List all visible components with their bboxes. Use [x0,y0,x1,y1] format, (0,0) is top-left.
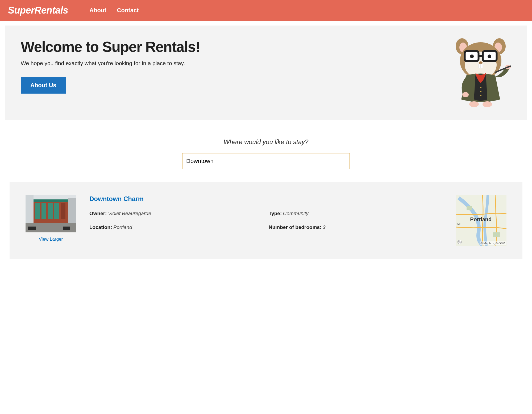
type-value: Community [283,211,309,216]
svg-rect-31 [61,203,65,219]
location-label: Location: [89,224,112,230]
listing-image-wrap: View Larger [26,195,76,242]
svg-rect-33 [68,198,76,223]
results-section: View Larger Downtown Charm Owner: Violet… [0,182,532,274]
bedrooms-value: 3 [323,224,326,230]
listing-title-link[interactable]: Downtown Charm [89,195,443,203]
svg-point-9 [470,55,474,58]
mascot-image [450,38,511,107]
svg-point-21 [469,101,479,107]
bedrooms-row: Number of bedrooms: 3 [269,224,443,230]
listing-details: Downtown Charm Owner: Violet Beauregarde… [89,195,443,230]
svg-rect-29 [48,203,53,219]
svg-rect-32 [26,195,34,223]
nav-about-link[interactable]: About [89,7,106,14]
filter-prompt: Where would you like to stay? [0,138,532,146]
location-filter-input[interactable] [182,153,350,169]
svg-rect-34 [28,227,36,230]
owner-row: Owner: Violet Beauregarde [89,211,263,216]
hero-title: Welcome to Super Rentals! [21,38,200,55]
map-info-icon[interactable]: ⓘ [458,240,462,244]
svg-rect-28 [41,203,46,219]
filter-section: Where would you like to stay? [0,125,532,177]
listing-card: View Larger Downtown Charm Owner: Violet… [10,182,522,259]
hero-text: Welcome to Super Rentals! We hope you fi… [21,38,200,94]
svg-rect-38 [493,232,500,237]
svg-rect-35 [63,227,70,230]
location-row: Location: Portland [89,224,263,230]
svg-point-14 [480,87,481,88]
listing-image[interactable] [26,195,76,232]
bedrooms-label: Number of bedrooms: [269,224,321,230]
navbar: SuperRentals About Contact [0,0,532,21]
owner-value: Violet Beauregarde [108,211,151,216]
svg-rect-8 [479,55,483,57]
svg-rect-12 [479,64,481,68]
map-attribution: © Mapbox, © OSM [480,241,506,245]
map-minor-label: ton [456,221,461,225]
detail-grid: Owner: Violet Beauregarde Type: Communit… [89,211,443,230]
svg-rect-37 [467,206,472,210]
nav-links: About Contact [89,7,139,14]
type-row: Type: Community [269,211,443,216]
svg-point-15 [480,91,481,92]
svg-point-16 [480,95,481,96]
location-value: Portland [113,224,132,230]
type-label: Type: [269,211,282,216]
about-us-button[interactable]: About Us [21,77,66,94]
hero-subtitle: We hope you find exactly what you're loo… [21,60,200,66]
svg-rect-26 [34,199,68,202]
svg-rect-30 [54,203,59,219]
brand-logo[interactable]: SuperRentals [8,5,68,16]
svg-rect-27 [35,203,40,219]
svg-rect-13 [481,64,483,68]
map-city-label: Portland [470,216,492,223]
svg-point-22 [483,101,492,107]
svg-point-10 [488,55,491,58]
view-larger-link[interactable]: View Larger [26,237,76,242]
svg-point-17 [462,92,469,97]
owner-label: Owner: [89,211,107,216]
listing-map[interactable]: Portland ton ⓘ © Mapbox, © OSM [456,195,506,246]
hero-jumbo: Welcome to Super Rentals! We hope you fi… [5,26,527,120]
nav-contact-link[interactable]: Contact [117,7,139,14]
